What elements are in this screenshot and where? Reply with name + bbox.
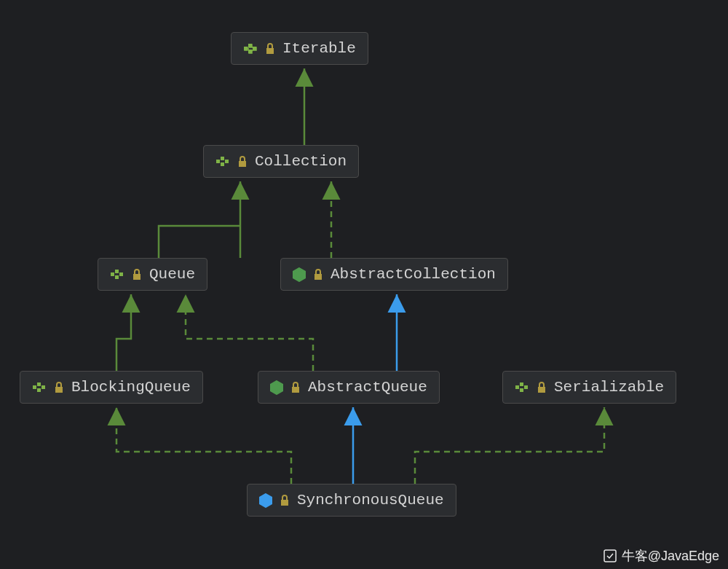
node-label: AbstractCollection [331,266,496,283]
svg-rect-8 [111,272,114,276]
svg-rect-5 [221,157,224,160]
lock-icon [313,269,323,280]
watermark-text: 牛客@JavaEdge [622,547,719,565]
svg-rect-13 [37,382,41,386]
svg-rect-2 [248,50,252,53]
lock-icon [537,382,547,393]
lock-icon [280,495,290,506]
node-serializable[interactable]: Serializable [502,371,676,404]
svg-rect-9 [115,270,119,273]
svg-rect-20 [604,550,616,562]
lock-icon [54,382,64,393]
node-queue[interactable]: Queue [98,258,207,291]
node-label: Iterable [282,40,356,57]
watermark-icon [603,549,617,563]
svg-rect-18 [520,388,523,392]
node-label: Collection [255,153,347,170]
svg-rect-16 [515,385,519,389]
lock-icon [290,382,301,393]
svg-rect-14 [37,388,41,392]
svg-rect-11 [119,272,123,276]
node-synchronousqueue[interactable]: SynchronousQueue [247,484,456,517]
svg-rect-3 [253,47,256,50]
svg-rect-4 [216,160,220,163]
svg-rect-6 [221,162,224,166]
svg-rect-17 [520,382,523,386]
node-abstractcollection[interactable]: AbstractCollection [280,258,508,291]
svg-rect-10 [115,275,119,279]
node-label: BlockingQueue [71,379,191,396]
class-icon [270,380,283,395]
interface-icon [515,382,529,393]
svg-rect-7 [225,160,229,163]
watermark: 牛客@JavaEdge [603,547,719,565]
svg-rect-15 [41,385,45,389]
node-label: Queue [149,266,195,283]
svg-rect-12 [33,385,36,389]
node-abstractqueue[interactable]: AbstractQueue [258,371,440,404]
interface-icon [32,382,47,393]
node-iterable[interactable]: Iterable [231,32,368,65]
lock-icon [132,269,142,280]
svg-rect-0 [244,47,248,50]
svg-rect-1 [248,44,252,47]
node-label: AbstractQueue [308,379,427,396]
node-label: Serializable [554,379,664,396]
interface-icon [215,156,230,168]
interface-icon [243,43,258,55]
lock-icon [237,156,248,168]
node-label: SynchronousQueue [297,492,444,509]
svg-rect-19 [524,385,528,389]
class-icon [259,493,272,508]
class-icon [293,267,306,282]
node-blockingqueue[interactable]: BlockingQueue [20,371,203,404]
interface-icon [110,269,124,280]
node-collection[interactable]: Collection [203,145,359,178]
lock-icon [265,43,275,55]
